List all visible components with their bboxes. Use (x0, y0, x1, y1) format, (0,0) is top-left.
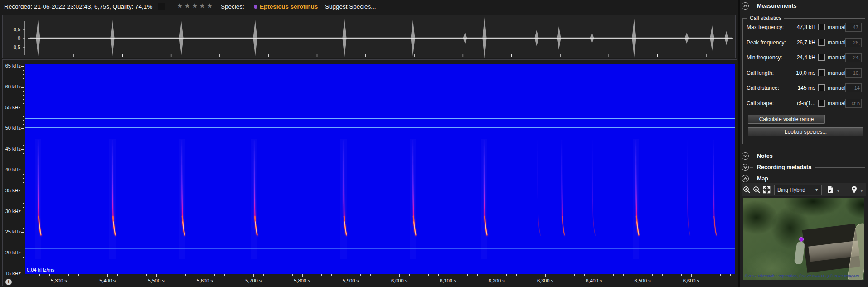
freq-axis-label: 50 kHz (4, 125, 21, 131)
wave-axis-label: -0,5 (4, 44, 20, 50)
bat-call (592, 140, 596, 236)
time-axis-label: 6,000 s (386, 278, 413, 283)
manual-label: manual (828, 70, 845, 76)
time-axis-label: 6,600 s (678, 278, 705, 283)
wave-axis-label: 0,5 (4, 27, 20, 32)
manual-checkbox[interactable] (818, 39, 825, 46)
section-header-measurements[interactable]: Measurements (742, 1, 866, 10)
manual-checkbox[interactable] (818, 84, 825, 91)
manual-value-input[interactable] (845, 99, 862, 108)
freq-axis-label: 60 kHz (4, 84, 21, 89)
manual-value-input[interactable] (845, 83, 862, 92)
measurement-value: 10,0 ms (783, 70, 815, 76)
chevron-down-icon[interactable]: ▼ (836, 189, 840, 193)
manual-value-input[interactable] (845, 23, 862, 32)
section-header-recording-metadata[interactable]: Recording metadata (742, 163, 866, 172)
freq-axis-label: 30 kHz (4, 209, 21, 214)
time-axis-label: 6,100 s (434, 278, 461, 283)
manual-value-input[interactable] (845, 38, 862, 47)
bat-call (562, 140, 565, 236)
species-value[interactable]: Eptesicus serotinus (260, 3, 318, 10)
freq-axis-label: 45 kHz (4, 146, 21, 151)
bat-analysis-app: Recorded: 21-06-2022 23:02:43, 6,75s, Qu… (0, 0, 868, 287)
measurement-row: Peak frequency:26,7 kHmanual (743, 38, 865, 49)
measurement-value: 24,4 kH (783, 54, 815, 61)
freq-axis-label: 40 kHz (4, 167, 21, 172)
measurement-row: Max frequency:47,3 kHmanual (743, 22, 865, 33)
map-copyright: ©2022 Microsoft Corporation, ©2022 NAVTE… (745, 274, 859, 278)
frequency-marker-line[interactable] (25, 248, 735, 249)
freq-axis-label: 20 kHz (4, 250, 21, 255)
chevron-down-icon[interactable]: ▼ (860, 189, 863, 193)
measurement-label: Call distance: (747, 85, 779, 91)
time-axis-label: 6,500 s (629, 278, 656, 283)
map-view[interactable]: ©2022 Microsoft Corporation, ©2022 NAVTE… (743, 198, 864, 280)
export-map-icon[interactable] (825, 185, 835, 195)
time-axis-label: 6,200 s (483, 278, 510, 283)
waveform-plot[interactable] (3, 15, 735, 58)
oscillogram-panel[interactable]: 0,5 0 -0,5 (2, 15, 736, 58)
manual-checkbox[interactable] (818, 100, 825, 107)
location-pin-icon[interactable] (849, 185, 859, 195)
wave-axis-label: 0 (4, 35, 20, 41)
manual-label: manual (828, 24, 845, 30)
waveform-burst (482, 17, 486, 58)
recorded-info: Recorded: 21-06-2022 23:02:43, 6,75s, Qu… (4, 3, 152, 10)
time-axis-label: 5,800 s (289, 278, 316, 283)
section-header-map[interactable]: Map (742, 174, 866, 183)
fit-extent-icon[interactable] (761, 185, 771, 195)
measurement-row: Call length:10,0 msmanual (743, 68, 865, 79)
measurement-label: Call length: (747, 70, 774, 76)
bat-call (179, 139, 185, 259)
collapse-down-icon[interactable] (742, 152, 749, 160)
collapse-down-icon[interactable] (742, 164, 749, 171)
quality-checkbox[interactable] (158, 3, 165, 10)
collapse-up-icon[interactable] (742, 2, 749, 10)
spectrogram-plot[interactable] (25, 64, 735, 274)
frequency-marker-line[interactable] (25, 118, 735, 119)
manual-value-input[interactable] (845, 53, 862, 62)
calculate-visible-range-button[interactable]: Calculate visible range (748, 115, 825, 124)
bat-call (109, 139, 116, 259)
spectrogram-panel: 0,04 kHz/ms 15 kHz20 kHz25 kHz30 kHz35 k… (2, 59, 737, 286)
time-axis-label: 5,600 s (191, 278, 218, 283)
lookup-species-button[interactable]: Lookup species... (748, 127, 863, 136)
zoom-in-icon[interactable] (742, 185, 752, 195)
freq-axis-label: 25 kHz (4, 229, 21, 234)
manual-label: manual (828, 39, 845, 46)
sidebar: Measurements Call statistics Max frequen… (740, 0, 868, 287)
frequency-marker-line[interactable] (25, 161, 735, 161)
measurement-label: Max frequency: (747, 24, 784, 30)
frequency-marker-line[interactable] (25, 127, 735, 128)
time-axis-label: 6,300 s (532, 278, 559, 283)
manual-label: manual (828, 54, 845, 61)
map-toolbar: Bing Hybrid ▼ ▼ ▼ (742, 183, 866, 196)
collapse-up-icon[interactable] (742, 175, 749, 182)
manual-checkbox[interactable] (818, 24, 825, 30)
map-provider-dropdown[interactable]: Bing Hybrid ▼ (774, 185, 822, 195)
star-rating[interactable]: ★★★★★ (177, 2, 214, 10)
freq-axis-label: 35 kHz (4, 188, 21, 193)
manual-value-input[interactable] (845, 68, 862, 78)
time-axis-label: 5,400 s (94, 278, 121, 283)
chevron-down-icon: ▼ (815, 188, 819, 192)
bat-call (410, 139, 416, 259)
bat-call (538, 140, 541, 236)
measurement-label: Peak frequency: (747, 39, 786, 46)
map-title: Map (754, 175, 771, 182)
time-axis-label: 5,500 s (143, 278, 170, 283)
recording-metadata-title: Recording metadata (754, 164, 814, 170)
suggest-species-link[interactable]: Suggest Species... (325, 3, 376, 10)
time-axis-label: 5,300 s (45, 278, 73, 283)
info-icon[interactable]: i (5, 279, 12, 285)
section-header-notes[interactable]: Notes (742, 151, 866, 161)
notes-title: Notes (754, 153, 776, 159)
manual-checkbox[interactable] (818, 54, 825, 61)
bat-call (481, 139, 487, 259)
zoom-out-icon[interactable] (752, 185, 761, 195)
spectrogram-scale-label: 0,04 kHz/ms (27, 267, 54, 272)
measurement-value: 145 ms (783, 85, 815, 91)
manual-checkbox[interactable] (818, 69, 825, 76)
manual-label: manual (828, 100, 845, 107)
top-bar: Recorded: 21-06-2022 23:02:43, 6,75s, Qu… (0, 0, 738, 14)
